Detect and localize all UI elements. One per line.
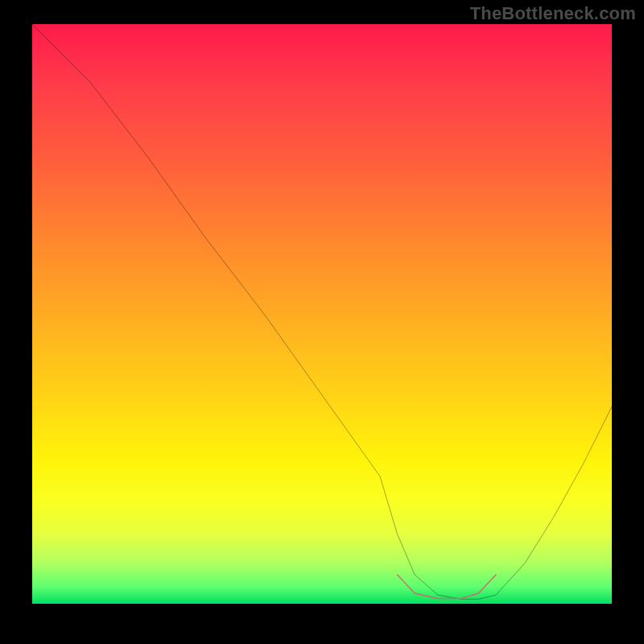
bottleneck-curve [32,24,612,599]
watermark-text: TheBottleneck.com [470,3,636,24]
chart-frame: TheBottleneck.com [0,0,644,644]
curve-layer [32,24,612,604]
optimal-range-marker [398,575,496,599]
plot-area [32,24,612,604]
